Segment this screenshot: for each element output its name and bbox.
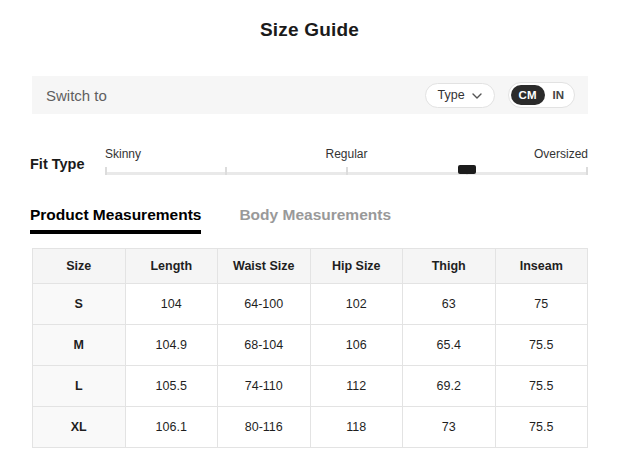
- value-cell: 112: [310, 366, 403, 407]
- size-cell: M: [33, 325, 126, 366]
- size-cell: L: [33, 366, 126, 407]
- table-row: S 104 64-100 102 63 75: [33, 284, 588, 325]
- value-cell: 69.2: [403, 366, 496, 407]
- chevron-down-icon: [472, 93, 482, 99]
- page-title: Size Guide: [0, 19, 619, 41]
- value-cell: 75.5: [495, 325, 588, 366]
- table-header-row: Size Length Waist Size Hip Size Thigh In…: [33, 249, 588, 284]
- size-cell: XL: [33, 407, 126, 448]
- switch-to-bar: Switch to Type CM IN: [32, 76, 588, 114]
- column-header-hip: Hip Size: [310, 249, 403, 284]
- fit-track-tick: [586, 167, 588, 175]
- value-cell: 75.5: [495, 366, 588, 407]
- value-cell: 106: [310, 325, 403, 366]
- value-cell: 75.5: [495, 407, 588, 448]
- fit-type-label: Fit Type: [30, 156, 85, 172]
- value-cell: 118: [310, 407, 403, 448]
- value-cell: 106.1: [125, 407, 218, 448]
- measurements-table: Size Length Waist Size Hip Size Thigh In…: [32, 248, 588, 448]
- column-header-thigh: Thigh: [403, 249, 496, 284]
- tab-body-measurements[interactable]: Body Measurements: [239, 206, 391, 234]
- table-row: M 104.9 68-104 106 65.4 75.5: [33, 325, 588, 366]
- value-cell: 104: [125, 284, 218, 325]
- column-header-waist: Waist Size: [218, 249, 311, 284]
- value-cell: 73: [403, 407, 496, 448]
- value-cell: 80-116: [218, 407, 311, 448]
- value-cell: 104.9: [125, 325, 218, 366]
- fit-track-tick: [105, 167, 107, 175]
- size-guide-panel: Size Guide Switch to Type CM IN Fit Type…: [0, 0, 619, 453]
- value-cell: 63: [403, 284, 496, 325]
- fit-type-track: [105, 172, 588, 175]
- column-header-size: Size: [33, 249, 126, 284]
- table-row: L 105.5 74-110 112 69.2 75.5: [33, 366, 588, 407]
- unit-option-in[interactable]: IN: [545, 85, 573, 105]
- table-row: XL 106.1 80-116 118 73 75.5: [33, 407, 588, 448]
- value-cell: 105.5: [125, 366, 218, 407]
- value-cell: 102: [310, 284, 403, 325]
- unit-option-cm[interactable]: CM: [511, 85, 545, 105]
- type-dropdown-label: Type: [438, 88, 465, 102]
- fit-track-tick: [225, 167, 227, 175]
- type-dropdown[interactable]: Type: [425, 83, 495, 108]
- bar-controls: Type CM IN: [425, 82, 576, 108]
- unit-toggle[interactable]: CM IN: [508, 82, 575, 108]
- value-cell: 74-110: [218, 366, 311, 407]
- fit-scale-label-oversized: Oversized: [534, 147, 588, 161]
- fit-type-indicator-handle: [458, 165, 476, 174]
- size-cell: S: [33, 284, 126, 325]
- fit-scale-label-skinny: Skinny: [105, 147, 141, 161]
- tab-product-measurements[interactable]: Product Measurements: [30, 206, 201, 234]
- fit-track-tick: [346, 167, 348, 175]
- column-header-inseam: Inseam: [495, 249, 588, 284]
- column-header-length: Length: [125, 249, 218, 284]
- switch-to-label: Switch to: [46, 87, 107, 104]
- value-cell: 64-100: [218, 284, 311, 325]
- fit-type-scale-labels: Skinny Regular Oversized: [105, 147, 588, 161]
- value-cell: 68-104: [218, 325, 311, 366]
- fit-scale-label-regular: Regular: [325, 147, 367, 161]
- value-cell: 75: [495, 284, 588, 325]
- value-cell: 65.4: [403, 325, 496, 366]
- measurement-tabs: Product Measurements Body Measurements: [30, 206, 391, 234]
